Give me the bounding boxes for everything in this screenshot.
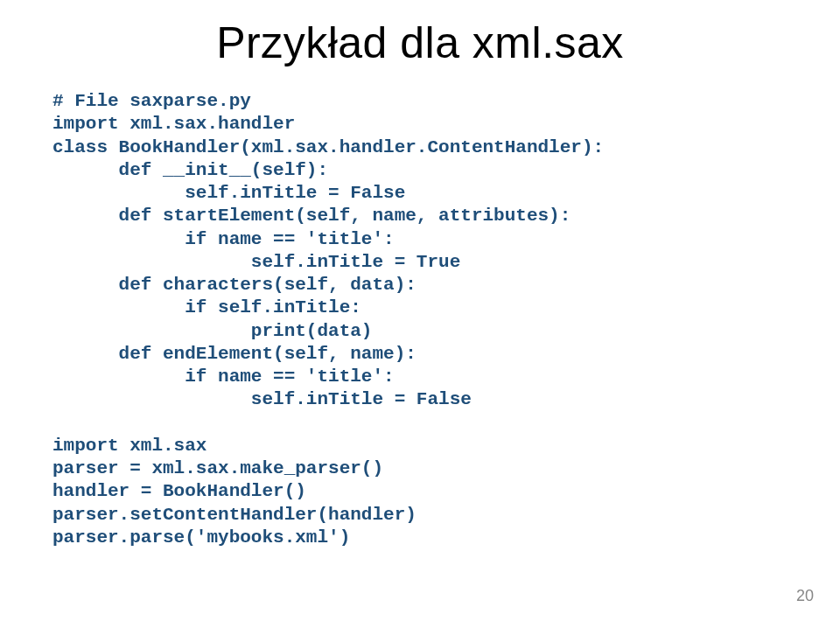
- code-line: class BookHandler(xml.sax.handler.Conten…: [52, 137, 604, 157]
- code-line: parser = xml.sax.make_parser(): [52, 458, 383, 478]
- code-line: def characters(self, data):: [52, 275, 416, 295]
- code-line: self.inTitle = False: [52, 183, 405, 203]
- code-line: parser.parse('mybooks.xml'): [52, 527, 350, 548]
- page-number: 20: [796, 587, 814, 605]
- code-line: def endElement(self, name):: [52, 344, 416, 364]
- code-line: # File saxparse.py: [52, 91, 251, 111]
- code-line: self.inTitle = False: [52, 389, 472, 409]
- code-line: if name == 'title':: [52, 229, 395, 249]
- code-line: def __init__(self):: [52, 160, 328, 180]
- code-line: if name == 'title':: [52, 366, 395, 387]
- code-line: if self.inTitle:: [52, 297, 361, 317]
- page-title: Przykład dla xml.sax: [52, 17, 788, 68]
- code-line: import xml.sax.handler: [52, 114, 295, 134]
- code-line: def startElement(self, name, attributes)…: [52, 206, 570, 226]
- code-line: print(data): [52, 321, 372, 341]
- code-block: # File saxparse.py import xml.sax.handle…: [52, 90, 788, 549]
- code-line: handler = BookHandler(): [52, 481, 306, 501]
- code-line: self.inTitle = True: [52, 252, 460, 272]
- code-line: import xml.sax: [52, 436, 206, 456]
- code-line: parser.setContentHandler(handler): [52, 505, 416, 525]
